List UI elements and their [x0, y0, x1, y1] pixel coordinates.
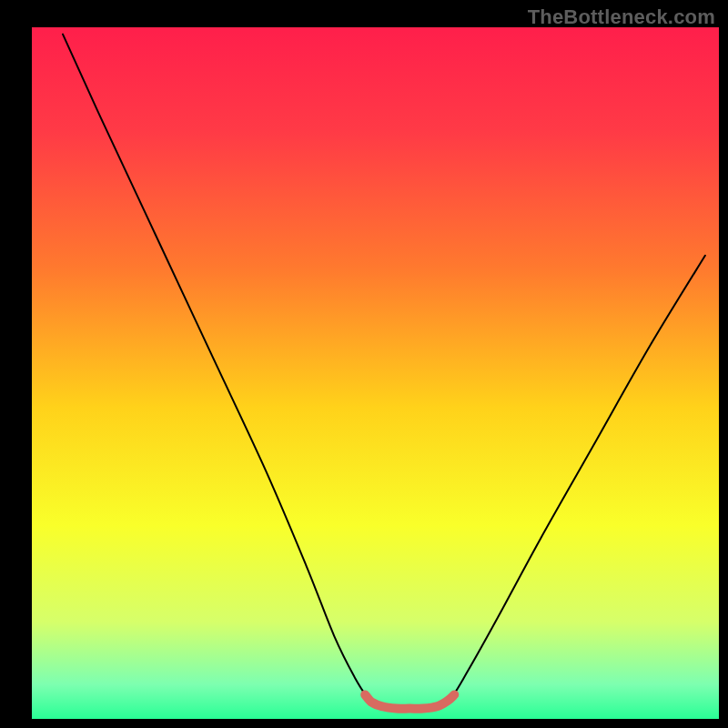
bottleneck-chart: [0, 0, 728, 728]
plot-background: [32, 27, 719, 719]
chart-frame: TheBottleneck.com: [0, 0, 728, 728]
